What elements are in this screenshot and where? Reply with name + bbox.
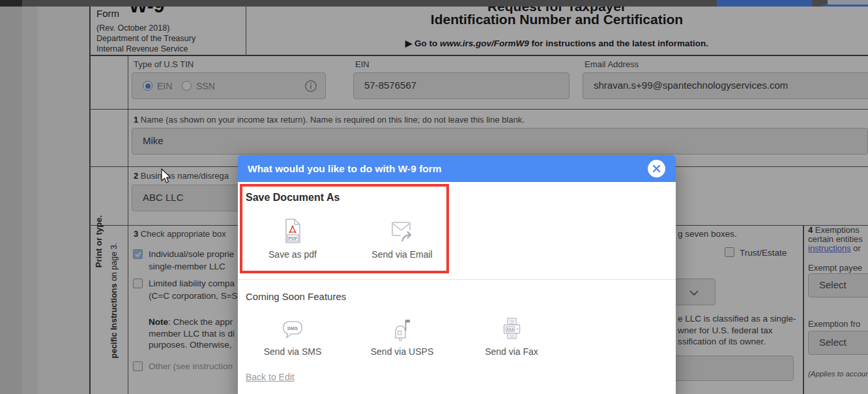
save-as-pdf-option[interactable]: PDF Save as pdf	[253, 217, 332, 260]
modal-title: What would you like to do with W-9 form	[248, 155, 442, 182]
modal-header: What would you like to do with W-9 form	[238, 155, 676, 182]
pdf-file-icon: PDF	[280, 217, 306, 245]
close-button[interactable]	[648, 160, 665, 177]
save-as-pdf-label: Save as pdf	[253, 249, 332, 260]
send-via-email-label: Send via Email	[363, 249, 441, 260]
send-via-sms-option[interactable]: SMS Send via SMS	[253, 316, 332, 357]
send-via-usps-label: Send via USPS	[363, 346, 441, 357]
save-section-title: Save Document As	[246, 192, 340, 204]
modal-divider	[238, 279, 676, 280]
svg-text:SMS: SMS	[287, 326, 298, 331]
mailbox-icon	[389, 316, 415, 342]
send-via-fax-option[interactable]: FAX Send via Fax	[472, 316, 551, 357]
email-send-icon	[389, 217, 415, 245]
fax-machine-icon: FAX	[499, 316, 525, 342]
svg-text:FAX: FAX	[507, 327, 514, 331]
close-icon	[648, 160, 665, 177]
mouse-cursor	[160, 168, 173, 184]
svg-text:PDF: PDF	[289, 236, 298, 241]
coming-soon-title: Coming Soon Features	[246, 291, 346, 302]
sms-bubble-icon: SMS	[280, 316, 306, 342]
send-via-email-option[interactable]: Send via Email	[363, 217, 441, 260]
back-to-edit-link[interactable]: Back to Edit	[246, 372, 295, 382]
send-via-sms-label: Send via SMS	[253, 346, 332, 357]
screen: Form W-9 (Rev. October 2018) Department …	[0, 0, 868, 394]
send-via-usps-option[interactable]: Send via USPS	[363, 316, 441, 357]
w9-action-modal: What would you like to do with W-9 form …	[238, 155, 676, 394]
send-via-fax-label: Send via Fax	[472, 346, 551, 357]
